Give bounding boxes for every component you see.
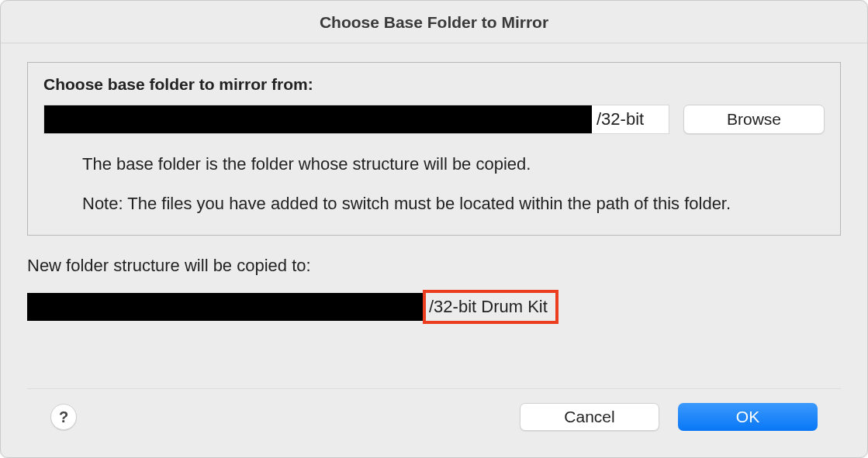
- source-path-row: /32-bit Browse: [43, 105, 825, 134]
- help-button[interactable]: ?: [50, 404, 77, 430]
- ok-button[interactable]: OK: [678, 403, 818, 431]
- destination-path-row: /32-bit Drum Kit: [27, 293, 841, 321]
- destination-label: New folder structure will be copied to:: [27, 256, 841, 276]
- dialog-content: Choose base folder to mirror from: /32-b…: [1, 43, 867, 457]
- cancel-button[interactable]: Cancel: [520, 403, 659, 431]
- source-description: The base folder is the folder whose stru…: [82, 151, 809, 216]
- dialog-footer: ? Cancel OK: [27, 388, 841, 446]
- description-line-2: Note: The files you have added to switch…: [82, 191, 809, 216]
- source-folder-label: Choose base folder to mirror from:: [43, 75, 825, 94]
- source-path-input[interactable]: /32-bit: [43, 105, 669, 134]
- browse-button[interactable]: Browse: [683, 105, 825, 134]
- destination-path-suffix: /32-bit Drum Kit: [429, 297, 548, 317]
- dialog-title: Choose Base Folder to Mirror: [320, 13, 548, 31]
- action-buttons: Cancel OK: [520, 403, 818, 431]
- dialog-window: Choose Base Folder to Mirror Choose base…: [0, 0, 868, 458]
- source-path-redacted: [44, 105, 592, 133]
- titlebar: Choose Base Folder to Mirror: [1, 1, 867, 43]
- destination-path-redacted: [27, 293, 423, 321]
- destination-highlight-box: /32-bit Drum Kit: [423, 290, 558, 324]
- source-folder-group: Choose base folder to mirror from: /32-b…: [27, 62, 841, 236]
- description-line-1: The base folder is the folder whose stru…: [82, 151, 809, 177]
- destination-section: New folder structure will be copied to: …: [27, 256, 841, 321]
- source-path-suffix: /32-bit: [592, 109, 648, 129]
